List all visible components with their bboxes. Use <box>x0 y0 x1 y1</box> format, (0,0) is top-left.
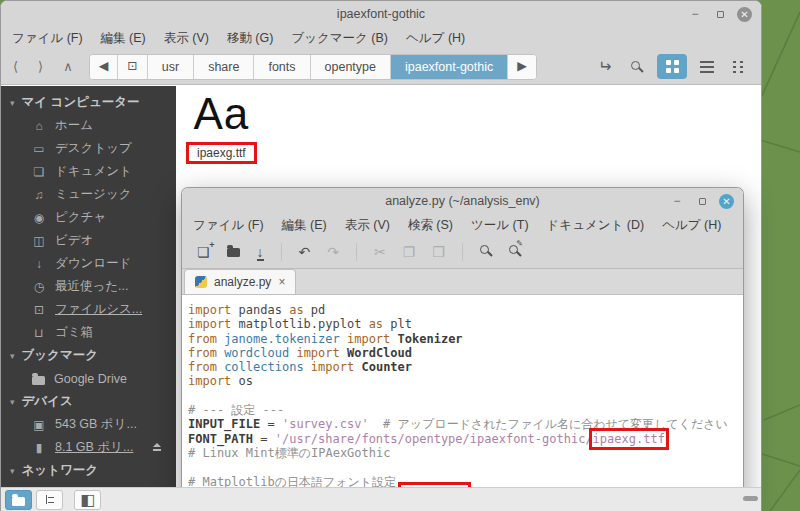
code-line: # --- 設定 --- <box>188 403 741 417</box>
menu-item[interactable]: ファイル (F) <box>12 30 83 47</box>
save-button[interactable]: ↓ <box>257 244 264 261</box>
sidebar-item[interactable]: ↓ダウンロード <box>1 252 176 275</box>
sidebar-item[interactable]: ❏ドキュメント <box>1 160 176 183</box>
menu-item[interactable]: ブックマーク (B) <box>291 30 388 47</box>
menu-item[interactable]: ツール (T) <box>471 217 529 234</box>
paste-button[interactable]: ❒ <box>432 244 445 260</box>
close-button[interactable]: ✕ <box>719 194 734 209</box>
minimize-button[interactable]: − <box>687 6 703 22</box>
compact-view-button[interactable] <box>727 55 751 79</box>
expander-icon: ▾ <box>10 466 15 476</box>
tab-analyze-py[interactable]: analyze.py × <box>184 269 296 294</box>
breadcrumb-item-usr[interactable]: usr <box>148 55 194 79</box>
back-button[interactable]: ⟨ <box>13 59 18 74</box>
section-label: マイ コンピューター <box>22 94 140 111</box>
grid-view-button[interactable] <box>657 54 687 79</box>
sidebar-item[interactable]: ⊔ゴミ箱 <box>1 321 176 344</box>
breadcrumb-root[interactable]: ⊡ <box>118 55 147 79</box>
breadcrumb-item-opentype[interactable]: opentype <box>311 55 391 79</box>
minimize-button[interactable]: − <box>669 193 685 209</box>
sidebar-item[interactable]: ▣543 GB ポリ... <box>1 413 176 436</box>
breadcrumb-scroll-left[interactable]: ◀ <box>90 55 119 79</box>
menu-item[interactable]: ヘルプ (H) <box>406 30 465 47</box>
new-document-button[interactable]: ❏ <box>197 244 210 260</box>
sidebar-item[interactable]: Google Drive <box>1 367 176 390</box>
search-replace-button[interactable] <box>509 244 521 260</box>
code-editor[interactable]: import pandas as pdimport matplotlib.pyp… <box>182 298 743 511</box>
forward-button[interactable]: ⟩ <box>38 59 43 74</box>
editor-titlebar[interactable]: analyze.py (~/analysis_env) − ✕ <box>182 188 743 214</box>
file-manager-titlebar[interactable]: ipaexfont-gothic − ✕ <box>1 1 761 27</box>
code-token: import <box>188 374 231 388</box>
sidebar-item-label: ダウンロード <box>55 255 131 272</box>
menu-item[interactable]: 検索 (S) <box>408 217 453 234</box>
menu-item[interactable]: 編集 (E) <box>101 30 146 47</box>
eject-button[interactable] <box>152 441 162 455</box>
code-token: = <box>253 432 275 446</box>
location-entry-button[interactable]: ↵ <box>593 55 617 79</box>
breadcrumb-item-share[interactable]: share <box>194 55 254 79</box>
code-token: FONT_PATH <box>188 432 253 446</box>
copy-button[interactable]: ❐ <box>403 244 416 260</box>
places-toggle-button[interactable] <box>5 490 32 510</box>
close-button[interactable]: ✕ <box>737 7 752 22</box>
sidebar-item[interactable]: ♫ミュージック <box>1 183 176 206</box>
zoom-slider-handle[interactable] <box>743 496 758 501</box>
breadcrumb-overflow[interactable]: ▶ <box>508 55 536 79</box>
code-line: from janome.tokenizer import Tokenizer <box>188 332 741 346</box>
up-button[interactable]: ∧ <box>63 59 73 74</box>
code-token: collections <box>224 360 303 374</box>
sidebar-item[interactable]: ◷最近使った... <box>1 275 176 298</box>
maximize-button[interactable] <box>694 193 710 209</box>
cut-button[interactable]: ✂ <box>374 244 386 260</box>
undo-button[interactable]: ↶ <box>299 244 311 260</box>
sidebar-section-header[interactable]: ▾デバイス <box>1 390 176 413</box>
list-view-button[interactable] <box>695 55 719 79</box>
toggle-sidebar-toggle-button[interactable]: ◧ <box>74 490 101 510</box>
breadcrumb-item-fonts[interactable]: fonts <box>254 55 310 79</box>
treeview-toggle-button[interactable] <box>36 490 63 510</box>
menu-item[interactable]: ドキュメント (D) <box>547 217 645 234</box>
menu-item[interactable]: 表示 (V) <box>164 30 209 47</box>
sidebar-section-header[interactable]: ▾マイ コンピューター <box>1 91 176 114</box>
code-token: from <box>188 360 217 374</box>
pictures-icon: ◉ <box>32 212 46 224</box>
font-file-item[interactable]: Aa ipaexg.ttf <box>186 90 257 164</box>
search-button[interactable] <box>625 55 649 79</box>
menu-item[interactable]: 表示 (V) <box>345 217 390 234</box>
code-token: # アップロードされたファイル名に合わせて変更してください <box>383 417 728 431</box>
filesystem-icon: ⊡ <box>32 304 46 316</box>
computer-icon: ⊡ <box>127 60 137 73</box>
sidebar-item[interactable]: ▭デスクトップ <box>1 137 176 160</box>
sidebar-item[interactable]: ◫ビデオ <box>1 229 176 252</box>
menu-item[interactable]: ファイル (F) <box>193 217 264 234</box>
breadcrumb-item-ipaexfont-gothic[interactable]: ipaexfont-gothic <box>391 55 508 79</box>
sidebar-item[interactable]: ⌂ホーム <box>1 114 176 137</box>
menu-item[interactable]: 移動 (G) <box>227 30 274 47</box>
redo-button[interactable]: ↷ <box>327 244 339 260</box>
code-line <box>188 460 741 474</box>
sidebar-item-label: 543 GB ポリ... <box>55 416 137 433</box>
cut-icon: ✂ <box>374 245 386 259</box>
chevron-right-icon: ▶ <box>517 60 527 73</box>
sidebar-item-label: 8.1 GB ポリ... <box>55 439 133 456</box>
desktop-icon: ▭ <box>32 143 46 155</box>
sidebar-item[interactable]: ⊡ファイルシス... <box>1 298 176 321</box>
tab-close-icon[interactable]: × <box>278 275 285 289</box>
code-token: # --- 設定 --- <box>188 403 284 417</box>
sidebar-item[interactable]: ◉ピクチャ <box>1 206 176 229</box>
window-title: analyze.py (~/analysis_env) <box>385 194 540 208</box>
menu-item[interactable]: 編集 (E) <box>282 217 327 234</box>
maximize-button[interactable] <box>712 6 728 22</box>
search-replace-icon <box>509 245 518 254</box>
sidebar-item[interactable]: ▮8.1 GB ポリ... <box>1 436 176 459</box>
sidebar-section-header[interactable]: ▾ブックマーク <box>1 344 176 367</box>
code-line <box>188 389 741 403</box>
search-button[interactable] <box>480 244 492 260</box>
open-button[interactable] <box>227 244 240 260</box>
menu-item[interactable]: ヘルプ (H) <box>662 217 721 234</box>
code-token: INPUT_FILE <box>188 417 260 431</box>
sidebar-section-header[interactable]: ▾ネットワーク <box>1 459 176 482</box>
toolbar-right: ↵ <box>593 54 751 79</box>
code-token: Tokenizer <box>398 332 463 346</box>
